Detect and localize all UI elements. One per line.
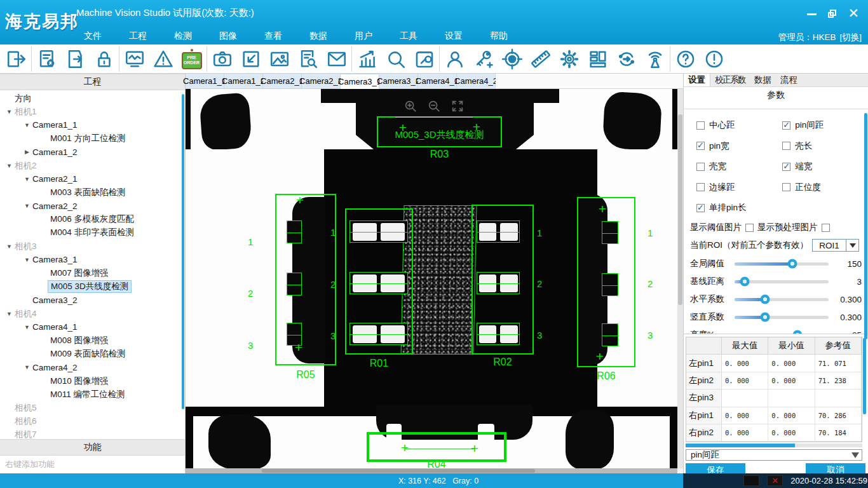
tree-item[interactable]: M009 表面缺陷检测 — [0, 348, 185, 361]
tree-item[interactable]: M008 图像增强 — [0, 334, 185, 347]
checkbox-icon[interactable] — [782, 121, 790, 130]
camera-tab[interactable]: Camera2_1 — [263, 74, 302, 89]
tree-item[interactable]: M007 图像增强 — [0, 266, 185, 280]
table-cell[interactable] — [768, 390, 815, 407]
checkbox-pin-pitch[interactable]: pin间距 — [782, 119, 864, 131]
menu-user[interactable]: 用户 — [355, 30, 372, 42]
checkbox-single-row-pin-length[interactable]: 单排pin长 — [696, 202, 782, 214]
checkbox-icon[interactable] — [696, 163, 705, 171]
tree-item[interactable]: M004 非印字表面检测 — [0, 226, 185, 240]
camera-tab[interactable]: Camera3_2 — [379, 74, 418, 89]
tab-settings[interactable]: 设置 — [684, 74, 710, 86]
tree-expand-icon[interactable]: ▼ — [4, 243, 15, 250]
tree-item[interactable]: 相机6 — [0, 415, 185, 428]
image-icon[interactable] — [265, 46, 294, 72]
table-cell[interactable]: 0. 000 — [768, 424, 815, 442]
settings-scrollbar[interactable] — [864, 113, 867, 339]
tab-flow[interactable]: 流程 — [776, 74, 802, 86]
tree-item[interactable]: ▼相机3 — [0, 240, 185, 253]
camera-tab[interactable]: Camera1_2 — [224, 74, 263, 89]
tree-expand-icon[interactable]: ▼ — [22, 122, 32, 128]
roi-box-r01[interactable] — [345, 208, 413, 355]
table-vertical-scrollbar[interactable] — [863, 338, 866, 414]
tree-expand-icon[interactable]: ▼ — [22, 364, 32, 370]
warning-icon[interactable] — [149, 46, 177, 72]
menu-detect[interactable]: 检测 — [174, 30, 192, 42]
mail-icon[interactable] — [322, 46, 351, 72]
ruler-icon[interactable] — [526, 46, 555, 72]
slider-track[interactable] — [735, 298, 829, 301]
tree-scrollbar[interactable] — [182, 94, 184, 409]
camera-tab[interactable]: Camera4_2 — [457, 74, 496, 89]
slider-track[interactable] — [735, 262, 829, 266]
tree-item[interactable]: ▼相机1 — [0, 105, 185, 118]
camera-tab[interactable]: Camera2_2 — [302, 74, 341, 89]
table-cell[interactable]: 0. 000 — [768, 372, 815, 390]
tree-item[interactable]: ▶Camera1_2 — [0, 146, 185, 159]
tree-expand-icon[interactable]: ▼ — [22, 176, 32, 182]
tab-correction[interactable]: 校正系数 — [710, 74, 750, 86]
table-horizontal-scrollbar[interactable] — [686, 444, 862, 447]
menu-tools[interactable]: 工具 — [400, 30, 417, 42]
document-settings-icon[interactable] — [32, 46, 61, 72]
statistics-icon[interactable] — [353, 46, 381, 72]
tab-data[interactable]: 数据 — [750, 74, 776, 86]
tree-item[interactable]: ▼Camera2_1 — [0, 172, 185, 186]
close-icon[interactable]: ✕ — [848, 6, 859, 20]
menu-settings[interactable]: 设置 — [445, 30, 463, 42]
table-cell[interactable]: 0. 000 — [722, 424, 768, 442]
tree-expand-icon[interactable]: ▼ — [22, 324, 32, 330]
broadcast-icon[interactable] — [641, 46, 669, 72]
help-icon[interactable] — [671, 46, 700, 72]
sync-icon[interactable] — [612, 46, 641, 72]
table-cell[interactable]: 71. 238 — [815, 372, 862, 390]
slider-thumb[interactable] — [788, 259, 797, 269]
checkbox-icon[interactable] — [782, 142, 790, 150]
camera-tab-active[interactable]: Camera3_1 — [341, 74, 379, 89]
checkbox-icon[interactable] — [696, 121, 705, 130]
tree-item[interactable]: 方向 — [0, 92, 185, 105]
settings-gear-icon[interactable] — [555, 46, 583, 72]
key-add-icon[interactable] — [469, 46, 498, 72]
checkbox-icon[interactable] — [696, 142, 705, 150]
roi-box-r04[interactable] — [367, 432, 506, 462]
roi-box-r05[interactable] — [275, 194, 336, 365]
zoom-out-icon[interactable] — [427, 99, 441, 116]
tree-item[interactable]: ▼Camera1_1 — [0, 118, 185, 132]
menu-project[interactable]: 工程 — [129, 30, 147, 42]
checkbox-icon[interactable] — [782, 163, 790, 171]
roi-box-r02[interactable] — [471, 205, 534, 355]
table-cell[interactable]: 70. 286 — [815, 407, 862, 424]
zoom-in-icon[interactable] — [403, 99, 417, 116]
tree-item[interactable]: M003 表面缺陷检测 — [0, 186, 185, 199]
table-cell[interactable]: 0. 000 — [722, 372, 768, 390]
restore-icon[interactable] — [828, 10, 836, 18]
logout-icon[interactable] — [2, 46, 31, 72]
checkbox-pin-width[interactable]: pin宽 — [696, 140, 782, 152]
monitor-wave-icon[interactable] — [120, 46, 149, 72]
checkbox-end-width[interactable]: 端宽 — [782, 161, 864, 172]
tree-item[interactable]: Camera3_2 — [0, 294, 185, 307]
target-icon[interactable] — [498, 46, 526, 72]
table-cell[interactable]: 71. 071 — [815, 355, 862, 372]
user-icon[interactable] — [440, 46, 469, 72]
tree-item[interactable]: M010 图像增强 — [0, 374, 185, 388]
tree-item[interactable]: ▼相机4 — [0, 307, 185, 320]
menu-file[interactable]: 文件 — [84, 30, 102, 42]
table-cell[interactable]: 70. 184 — [815, 424, 862, 442]
checkbox-icon[interactable] — [696, 204, 705, 212]
table-cell[interactable]: 0. 000 — [722, 407, 768, 424]
table-cell[interactable] — [815, 390, 862, 407]
preorder-sign-icon[interactable]: PRE ORDER — [177, 46, 206, 72]
lock-icon[interactable] — [90, 46, 118, 72]
roi-box-r06[interactable] — [577, 197, 635, 367]
tree-expand-icon[interactable]: ▼ — [22, 257, 32, 263]
checkbox-icon[interactable] — [696, 183, 705, 191]
checkbox-position-degree[interactable]: 正位度 — [782, 182, 864, 193]
tree-expand-icon[interactable]: ▼ — [4, 109, 15, 115]
checkbox-threshold-image[interactable] — [745, 224, 754, 232]
roi-select[interactable]: ROI1 — [812, 239, 846, 252]
tree-expand-icon[interactable]: ▼ — [22, 203, 32, 209]
tree-item[interactable]: M011 编带工位检测 — [0, 388, 185, 401]
image-vertical-scrollbar[interactable] — [677, 89, 683, 468]
